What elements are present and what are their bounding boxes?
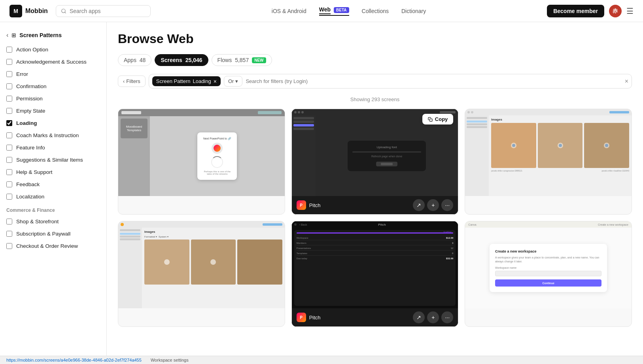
sidebar-item-loading[interactable]: Loading bbox=[0, 117, 106, 129]
showing-count: Showing 293 screens bbox=[118, 96, 632, 102]
sidebar-label-permission: Permission bbox=[16, 96, 43, 102]
sidebar-label-error: Error bbox=[16, 71, 28, 77]
or-label: Or bbox=[228, 78, 234, 84]
sidebar-item-localization[interactable]: Localization bbox=[0, 190, 106, 203]
checkbox-localization[interactable] bbox=[6, 194, 12, 200]
sidebar-back-header[interactable]: ‹ ⊞ Screen Patterns bbox=[0, 28, 106, 43]
sidebar-item-checkout[interactable]: Checkout & Order Review bbox=[0, 240, 106, 252]
sidebar-title: Screen Patterns bbox=[19, 32, 62, 38]
tab-screens[interactable]: Screens 25,046 bbox=[155, 54, 208, 66]
new-badge: NEW bbox=[252, 57, 266, 63]
checkbox-loading[interactable] bbox=[6, 120, 12, 126]
nav-web[interactable]: Web bbox=[319, 6, 331, 14]
flows-count: 5,857 bbox=[235, 57, 249, 63]
checkbox-confirmation[interactable] bbox=[6, 83, 12, 89]
search-input[interactable] bbox=[70, 8, 141, 14]
checkbox-error[interactable] bbox=[6, 71, 12, 77]
logo-icon: M bbox=[9, 5, 22, 17]
sidebar-item-feedback[interactable]: Feedback bbox=[0, 178, 106, 190]
sidebar-item-action-option[interactable]: Action Option bbox=[0, 43, 106, 56]
card-images-canva[interactable]: Images bbox=[465, 109, 632, 215]
sidebar-label-help-support: Help & Support bbox=[16, 169, 53, 175]
tab-flows[interactable]: Flows 5,857 NEW bbox=[212, 54, 272, 66]
card-action-add2[interactable]: + bbox=[427, 311, 439, 323]
checkbox-help-support[interactable] bbox=[6, 169, 12, 175]
sidebar-item-permission[interactable]: Permission bbox=[0, 92, 106, 105]
card-action-more2[interactable]: ··· bbox=[441, 311, 453, 323]
sidebar-label-checkout: Checkout & Order Review bbox=[16, 243, 78, 249]
filters-back-label: Filters bbox=[126, 78, 140, 84]
sidebar-item-help-support[interactable]: Help & Support bbox=[0, 166, 106, 178]
tabs-bar: Apps 48 Screens 25,046 Flows 5,857 NEW bbox=[118, 54, 632, 66]
sidebar-item-error[interactable]: Error bbox=[0, 68, 106, 80]
filter-chip-remove[interactable]: × bbox=[214, 79, 217, 84]
card-app-logo-pitch2: P bbox=[297, 313, 306, 322]
sidebar-item-empty-state[interactable]: Empty State bbox=[0, 105, 106, 117]
nav-ios-android[interactable]: iOS & Android bbox=[272, 8, 306, 14]
copy-icon bbox=[428, 117, 433, 122]
sidebar-category-commerce: Commerce & Finance bbox=[0, 203, 106, 215]
main-layout: ‹ ⊞ Screen Patterns Action Option Acknow… bbox=[0, 22, 643, 364]
checkbox-feature-info[interactable] bbox=[6, 145, 12, 151]
hamburger-icon[interactable]: ☰ bbox=[626, 6, 634, 16]
card-action-arrow[interactable]: ↗ bbox=[413, 199, 425, 211]
card-pitch-fonts[interactable]: Copy bbox=[291, 109, 459, 215]
sidebar-item-confirmation[interactable]: Confirmation bbox=[0, 80, 106, 92]
header: M Mobbin iOS & Android Web BETA Collecti… bbox=[0, 0, 643, 22]
checkbox-permission[interactable] bbox=[6, 96, 12, 102]
checkbox-feedback[interactable] bbox=[6, 181, 12, 187]
sidebar: ‹ ⊞ Screen Patterns Action Option Acknow… bbox=[0, 22, 107, 364]
sidebar-label-confirmation: Confirmation bbox=[16, 83, 47, 89]
filter-search-input[interactable] bbox=[246, 77, 621, 86]
become-member-button[interactable]: Become member bbox=[547, 5, 604, 17]
sidebar-item-feature-info[interactable]: Feature Info bbox=[0, 141, 106, 154]
card-footer-pitch-fonts: P Pitch ↗ + ··· bbox=[292, 196, 458, 214]
svg-rect-2 bbox=[429, 119, 432, 121]
sidebar-label-acknowledgement: Acknowledgement & Success bbox=[16, 59, 87, 65]
sidebar-item-coach-marks[interactable]: Coach Marks & Instruction bbox=[0, 129, 106, 141]
card-canva-workspace[interactable]: Canva Create a new workspace Create a ne… bbox=[465, 221, 632, 327]
checkbox-coach-marks[interactable] bbox=[6, 132, 12, 138]
sidebar-label-feedback: Feedback bbox=[16, 181, 40, 187]
url-bar: https://mobbin.com/screens/a4e0e966-38de… bbox=[0, 356, 643, 364]
avatar[interactable]: 赤 bbox=[609, 5, 622, 17]
copy-label: Copy bbox=[435, 116, 448, 122]
sidebar-item-acknowledgement[interactable]: Acknowledgement & Success bbox=[0, 56, 106, 68]
card-app-logo-pitch: P bbox=[297, 200, 306, 210]
sidebar-item-shop[interactable]: Shop & Storefront bbox=[0, 215, 106, 228]
checkbox-shop[interactable] bbox=[6, 219, 12, 224]
card-action-add[interactable]: + bbox=[427, 199, 439, 211]
header-right: Become member 赤 ☰ bbox=[547, 5, 634, 17]
filters-back-button[interactable]: ‹ Filters bbox=[118, 75, 146, 87]
checkbox-suggestions[interactable] bbox=[6, 157, 12, 163]
checkbox-subscription[interactable] bbox=[6, 231, 12, 237]
card-app-name-pitch2: Pitch bbox=[309, 315, 321, 321]
tab-apps[interactable]: Apps 48 bbox=[118, 54, 151, 66]
logo[interactable]: M Mobbin bbox=[9, 5, 48, 17]
search-bar-container[interactable] bbox=[56, 5, 151, 17]
filter-chip-value: Loading bbox=[193, 78, 211, 84]
copy-button-pitch-fonts[interactable]: Copy bbox=[422, 114, 454, 124]
card-action-arrow2[interactable]: ↗ bbox=[413, 311, 425, 323]
sidebar-item-subscription[interactable]: Subscription & Paywall bbox=[0, 228, 106, 240]
checkbox-empty-state[interactable] bbox=[6, 108, 12, 114]
card-action-more[interactable]: ··· bbox=[441, 199, 453, 211]
filter-bar-container: Screen Pattern Loading × Or ▾ × bbox=[149, 74, 632, 89]
checkbox-action-option[interactable] bbox=[6, 47, 12, 53]
beta-badge: BETA bbox=[334, 7, 349, 13]
checkbox-acknowledgement[interactable] bbox=[6, 59, 12, 65]
sidebar-patterns-icon: ⊞ bbox=[11, 32, 16, 38]
sidebar-label-coach-marks: Coach Marks & Instruction bbox=[16, 132, 79, 138]
nav-dictionary[interactable]: Dictionary bbox=[401, 8, 426, 14]
checkbox-checkout[interactable] bbox=[6, 243, 12, 249]
card-images-canva2[interactable]: Images Formatted ▾ System ▾ bbox=[118, 221, 285, 327]
filter-clear-button[interactable]: × bbox=[625, 78, 628, 85]
card-app-name-pitch: Pitch bbox=[309, 202, 321, 208]
workspace-settings-label: Workspace settings bbox=[151, 358, 189, 362]
card-pitch-dark-data[interactable]: ‹ Back Pitch loading... bbox=[291, 221, 459, 327]
or-dropdown[interactable]: Or ▾ bbox=[224, 76, 242, 87]
nav-collections[interactable]: Collections bbox=[362, 8, 389, 14]
sidebar-label-suggestions: Suggestions & Similar Items bbox=[16, 157, 83, 163]
card-moodboard-loading[interactable]: MoodboardTemplates Next PowerPoint to 🔗 bbox=[118, 109, 285, 215]
sidebar-item-suggestions[interactable]: Suggestions & Similar Items bbox=[0, 154, 106, 166]
